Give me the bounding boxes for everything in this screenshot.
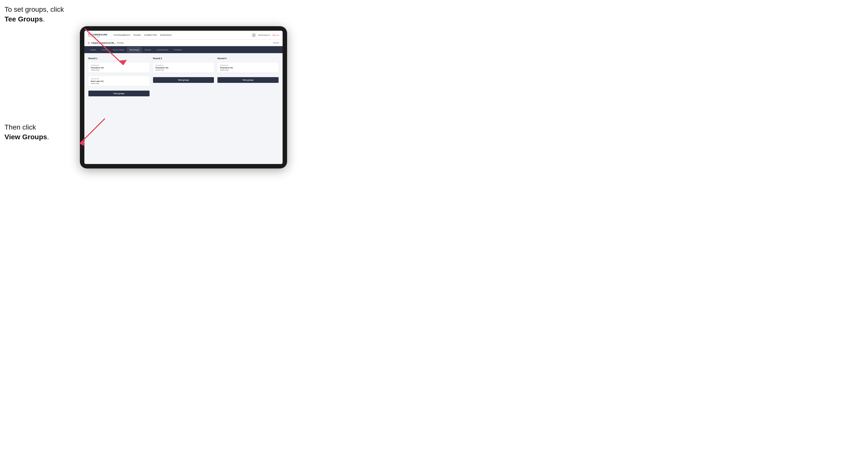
round-1-course-b-format: Stroke Play: [91, 83, 147, 84]
tab-printables[interactable]: Printables: [171, 47, 184, 53]
round-3-course-a-name: Peachtree GC: [220, 67, 276, 69]
hosting-badge: Hosting: [117, 42, 123, 44]
tablet-frame: SSCOREBOARD Powered by clippit TOURNAMEN…: [80, 26, 287, 168]
round-1-course-b-name: East Lake GC: [91, 80, 147, 82]
round-1-course-a-card: (Course A) Peachtree GC Stroke Play: [88, 63, 150, 73]
round-2-course-a-card: (Course A) Peachtree GC Stroke Play: [153, 63, 214, 73]
content-area: Round 1 (Course A) Peachtree GC Stroke P…: [84, 53, 283, 164]
top-nav: SSCOREBOARD Powered by clippit TOURNAMEN…: [84, 31, 283, 40]
user-email: blair@clippd.io: [258, 34, 270, 36]
tournament-bar: C Clippd Invitational (M... Hosting Canc…: [84, 40, 283, 46]
tab-tee-groups[interactable]: Tee Groups: [127, 47, 142, 53]
nav-committee[interactable]: COMMITTEE: [144, 33, 157, 37]
nav-right: blair@clippd.io Sign out: [252, 33, 279, 37]
round-2-column: Round 2 (Course A) Peachtree GC Stroke P…: [153, 57, 214, 160]
nav-teams[interactable]: TEAMS: [133, 33, 141, 37]
tab-course-setup[interactable]: Course Setup: [110, 47, 127, 53]
tablet-screen: SSCOREBOARD Powered by clippit TOURNAMEN…: [84, 31, 283, 164]
round-3-title: Round 3: [217, 57, 279, 60]
round-2-view-groups-button[interactable]: View groups: [153, 77, 214, 83]
instruction-top-line2: Tee Groups: [4, 15, 43, 23]
round-2-course-a-format: Stroke Play: [156, 69, 212, 71]
instruction-bottom: Then click View Groups.: [4, 122, 49, 142]
tab-bar: Details Teams Course Setup Tee Groups Re…: [84, 46, 283, 53]
tournament-name: Clippd Invitational (M...: [91, 42, 116, 44]
tab-details[interactable]: Details: [88, 47, 99, 53]
round-3-course-a-card: (Course A) Peachtree GC Stroke Play: [217, 63, 279, 73]
tab-teams[interactable]: Teams: [99, 47, 110, 53]
instruction-bottom-line1: Then click: [4, 123, 36, 131]
round-1-course-b-card: (Course B) East Lake GC Stroke Play: [88, 76, 150, 86]
logo-text: SSCOREBOARD: [88, 33, 107, 36]
sign-out-link[interactable]: Sign out: [272, 34, 279, 36]
round-1-course-b-label: (Course B): [91, 78, 147, 80]
round-1-view-groups-button[interactable]: View groups: [88, 91, 150, 96]
tournament-title: C Clippd Invitational (M... Hosting: [88, 41, 124, 44]
round-1-title: Round 1: [88, 57, 150, 60]
round-3-view-groups-button[interactable]: View groups: [217, 77, 279, 83]
instruction-top-line1: To set groups, click: [4, 5, 64, 13]
instruction-top: To set groups, click Tee Groups.: [4, 4, 64, 24]
round-2-course-a-label: (Course A): [156, 64, 212, 66]
round-2-title: Round 2: [153, 57, 214, 60]
nav-tournaments[interactable]: TOURNAMENTS: [113, 33, 130, 37]
tab-results[interactable]: Results: [142, 47, 154, 53]
logo-area: SSCOREBOARD Powered by clippit: [88, 33, 107, 37]
round-1-course-a-name: Peachtree GC: [91, 67, 147, 69]
round-3-course-a-format: Stroke Play: [220, 69, 276, 71]
round-3-course-a-label: (Course A): [220, 64, 276, 66]
logo-sub: Powered by clippit: [88, 36, 107, 37]
nav-links: TOURNAMENTS TEAMS COMMITTEE RANKINGS: [113, 33, 248, 37]
cancel-button[interactable]: Cancel: [273, 42, 279, 44]
round-1-course-a-label: (Course A): [91, 64, 147, 66]
round-1-column: Round 1 (Course A) Peachtree GC Stroke P…: [88, 57, 150, 160]
instruction-bottom-line2: View Groups: [4, 133, 47, 141]
round-3-column: Round 3 (Course A) Peachtree GC Stroke P…: [217, 57, 279, 160]
round-1-course-a-format: Stroke Play: [91, 69, 147, 71]
nav-rankings[interactable]: RANKINGS: [160, 33, 172, 37]
user-avatar: [252, 33, 256, 37]
tab-leaderboards[interactable]: Leaderboards: [154, 47, 170, 53]
round-2-course-a-name: Peachtree GC: [156, 67, 212, 69]
